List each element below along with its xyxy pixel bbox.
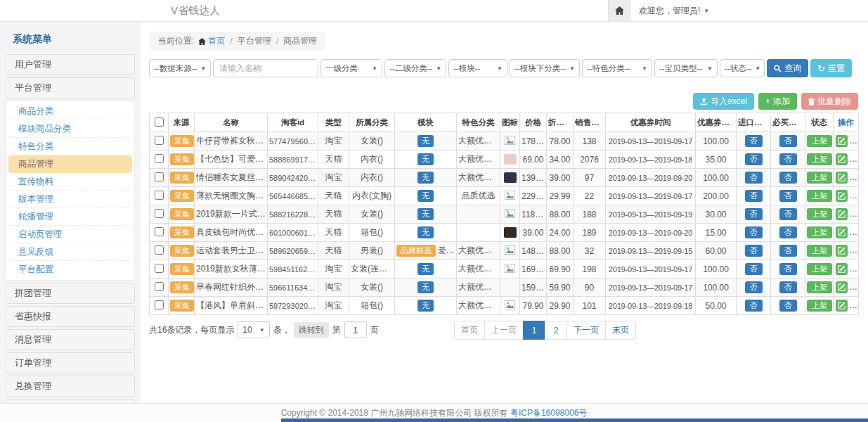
must-buy-toggle[interactable]: 否: [779, 245, 797, 257]
page-number-input[interactable]: [344, 321, 367, 338]
name-search-input[interactable]: [213, 59, 318, 77]
reset-button[interactable]: ↻ 重置: [810, 59, 852, 77]
page-button-2[interactable]: 上一页: [484, 321, 524, 340]
sidebar-item-2[interactable]: 商品分类: [8, 103, 132, 120]
batch-delete-button[interactable]: 批量删除: [801, 93, 858, 110]
edit-button[interactable]: [836, 300, 848, 312]
edit-button[interactable]: [836, 281, 848, 293]
status-toggle[interactable]: 上架: [807, 226, 832, 238]
import-select-toggle[interactable]: 否: [745, 208, 763, 220]
import-select-toggle[interactable]: 否: [745, 153, 763, 165]
status-toggle[interactable]: 上架: [807, 281, 832, 293]
sidebar-group-15[interactable]: 订单管理: [6, 352, 135, 373]
row-checkbox[interactable]: [155, 245, 164, 255]
must-buy-toggle[interactable]: 否: [779, 263, 797, 275]
sidebar-item-5-active[interactable]: 商品管理: [8, 155, 132, 173]
jump-button[interactable]: 跳转到: [294, 322, 329, 338]
sidebar-item-4[interactable]: 特色分类: [8, 138, 132, 155]
filter-select-category-1[interactable]: 一级分类▼: [320, 59, 382, 77]
sidebar-group-12[interactable]: 拼团管理: [6, 283, 135, 304]
sidebar-group-0[interactable]: 用户管理: [6, 54, 135, 75]
row-checkbox[interactable]: [155, 282, 164, 291]
import-select-toggle[interactable]: 否: [745, 135, 763, 147]
must-buy-toggle[interactable]: 否: [779, 135, 797, 147]
user-menu[interactable]: 欢迎您，管理员! ▼: [639, 5, 709, 17]
edit-button[interactable]: [836, 245, 848, 257]
filter-select-module[interactable]: --模块--▼: [448, 59, 507, 77]
sidebar-item-9[interactable]: 启动页管理: [8, 226, 132, 243]
status-toggle[interactable]: 上架: [807, 245, 832, 257]
edit-button[interactable]: [836, 208, 848, 220]
must-buy-toggle[interactable]: 否: [779, 190, 797, 202]
edit-button[interactable]: [836, 226, 848, 238]
id-cell: 588216228899: [268, 205, 318, 224]
sidebar-group-14[interactable]: 消息管理: [6, 329, 135, 350]
row-checkbox[interactable]: [155, 264, 164, 273]
edit-button[interactable]: [836, 172, 848, 184]
import-select-toggle[interactable]: 否: [745, 190, 763, 202]
import-select-toggle[interactable]: 否: [745, 281, 763, 293]
filter-select-category-2[interactable]: --二级分类--▼: [384, 59, 446, 77]
edit-button[interactable]: [836, 190, 848, 202]
filter-select-status[interactable]: --状态--▼: [720, 59, 765, 77]
import-select-toggle[interactable]: 否: [745, 263, 763, 275]
row-checkbox[interactable]: [155, 154, 164, 163]
per-page-select[interactable]: 10 ▼: [238, 321, 269, 338]
feature-cell: 大额优惠券: [457, 279, 500, 297]
status-toggle[interactable]: 上架: [807, 263, 832, 275]
row-checkbox[interactable]: [155, 300, 164, 309]
status-cell: 上架: [805, 260, 834, 279]
row-checkbox[interactable]: [155, 172, 164, 181]
page-button-5[interactable]: 下一页: [566, 321, 606, 340]
filter-select-feature[interactable]: --特色分类--▼: [582, 59, 652, 77]
row-checkbox[interactable]: [155, 136, 164, 145]
sidebar-item-6[interactable]: 宣传物料: [8, 173, 132, 191]
sidebar-item-3[interactable]: 模块商品分类: [8, 120, 132, 138]
page-button-1[interactable]: 首页: [454, 321, 485, 340]
edit-button[interactable]: [836, 263, 848, 275]
sidebar-item-8[interactable]: 轮播管理: [8, 208, 132, 226]
edit-button[interactable]: [836, 135, 848, 147]
page-button-4[interactable]: 2: [545, 321, 567, 340]
sidebar-group-16[interactable]: 兑换管理: [6, 376, 135, 397]
filter-select-item-type[interactable]: --宝贝类型--▼: [654, 59, 718, 77]
status-toggle[interactable]: 上架: [807, 172, 832, 184]
import-select-toggle[interactable]: 否: [745, 226, 763, 238]
status-toggle[interactable]: 上架: [807, 153, 832, 165]
row-checkbox[interactable]: [155, 227, 164, 236]
price: 159.90: [522, 283, 547, 293]
sidebar-item-10[interactable]: 意见反馈: [8, 243, 132, 261]
row-checkbox[interactable]: [155, 209, 164, 218]
search-button[interactable]: 查询: [767, 59, 808, 77]
must-buy-toggle[interactable]: 否: [779, 172, 797, 184]
import-select-toggle[interactable]: 否: [745, 300, 763, 312]
page-button-3[interactable]: 1: [523, 321, 545, 340]
page-button-6[interactable]: 末页: [605, 321, 636, 340]
sidebar-item-11[interactable]: 平台配置: [8, 261, 132, 279]
must-buy-toggle[interactable]: 否: [779, 208, 797, 220]
status-toggle[interactable]: 上架: [807, 135, 832, 147]
import-select-toggle[interactable]: 否: [745, 172, 763, 184]
home-button[interactable]: [608, 0, 630, 21]
coupon-amount: 200.00: [703, 191, 729, 201]
status-toggle[interactable]: 上架: [807, 300, 832, 312]
import-excel-button[interactable]: 导入excel: [693, 93, 754, 110]
status-toggle[interactable]: 上架: [807, 208, 832, 220]
sidebar-group-1[interactable]: 平台管理: [6, 77, 135, 98]
must-buy-toggle[interactable]: 否: [779, 226, 797, 238]
sidebar-group-13[interactable]: 省惠快报: [6, 306, 135, 327]
import-select-toggle[interactable]: 否: [745, 245, 763, 257]
icp-link[interactable]: 粤ICP备16098006号: [510, 408, 587, 418]
edit-button[interactable]: [836, 153, 848, 165]
must-buy-toggle[interactable]: 否: [779, 281, 797, 293]
must-buy-toggle[interactable]: 否: [779, 153, 797, 165]
status-toggle[interactable]: 上架: [807, 190, 832, 202]
add-button[interactable]: + 添加: [758, 93, 797, 110]
row-checkbox[interactable]: [155, 191, 164, 200]
breadcrumb-home-link[interactable]: 首页: [208, 35, 225, 47]
sidebar-item-7[interactable]: 版本管理: [8, 191, 132, 208]
filter-select-module-sub[interactable]: --模块下分类--▼: [510, 59, 580, 77]
filter-select-data-source[interactable]: --数据来源--▼: [149, 59, 211, 77]
select-all-checkbox[interactable]: [155, 117, 164, 127]
must-buy-toggle[interactable]: 否: [779, 300, 797, 312]
